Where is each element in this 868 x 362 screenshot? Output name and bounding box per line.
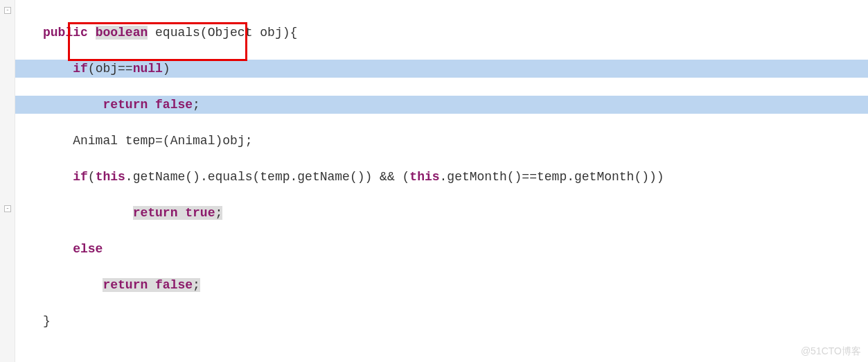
keyword-this: this xyxy=(96,170,125,184)
method-sig: equals(Object obj){ xyxy=(148,26,297,40)
code-line-highlight: return false; xyxy=(15,96,868,114)
code-editor[interactable]: public boolean equals(Object obj){ if(ob… xyxy=(0,0,868,362)
keyword-if: if xyxy=(73,62,88,76)
gutter: - - xyxy=(0,0,15,362)
keyword-true: true xyxy=(185,206,215,220)
keyword-return: return xyxy=(133,206,178,220)
keyword-if: if xyxy=(73,170,88,184)
keyword-false: false xyxy=(155,98,193,112)
keyword-else: else xyxy=(73,242,103,256)
code-line: if(this.getName().equals(temp.getName())… xyxy=(15,168,868,186)
keyword-false: false xyxy=(155,278,193,292)
keyword-public: public xyxy=(43,26,88,40)
watermark: @51CTO博客 xyxy=(801,345,861,358)
keyword-null: null xyxy=(133,62,163,76)
keyword-return: return xyxy=(103,278,148,292)
code-line: } xyxy=(15,312,868,330)
fold-marker[interactable]: - xyxy=(4,7,11,14)
keyword-return: return xyxy=(103,98,148,112)
code-line-highlight: if(obj==null) xyxy=(15,60,868,78)
code-line-blank xyxy=(15,348,868,362)
keyword-this: this xyxy=(409,170,439,184)
code-line: return false; xyxy=(15,276,868,294)
fold-marker[interactable]: - xyxy=(4,205,11,212)
code-line: public boolean equals(Object obj){ xyxy=(15,24,868,42)
keyword-boolean: boolean xyxy=(96,26,148,40)
code-line: return true; xyxy=(15,204,868,222)
code-line: else xyxy=(15,240,868,258)
code-line: Animal temp=(Animal)obj; xyxy=(15,132,868,150)
